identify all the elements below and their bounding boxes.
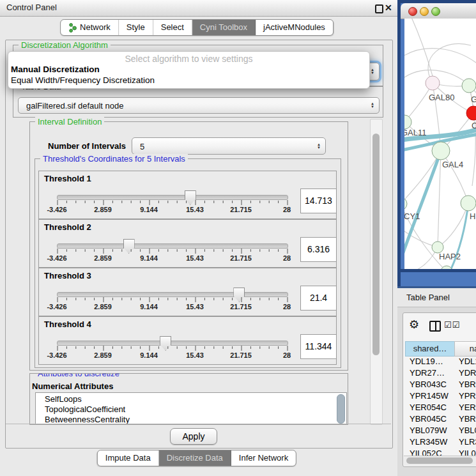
slider-ticks xyxy=(57,249,288,254)
close-icon[interactable]: ✕ xyxy=(385,3,392,13)
network-window-titlebar[interactable] xyxy=(401,3,476,19)
column-header-shared[interactable]: shared… xyxy=(405,341,455,357)
slider-track[interactable] xyxy=(57,243,288,249)
tab-infer-network[interactable]: Infer Network xyxy=(231,450,296,466)
group-title: Threshold's Coordinates for 5 Intervals xyxy=(40,154,188,164)
table-row[interactable]: YDR27…YDR2 xyxy=(405,367,476,379)
gear-icon[interactable]: ⚙ xyxy=(409,318,419,332)
group-title: Interval Definition xyxy=(35,117,104,127)
slider-tick-label: 9.144 xyxy=(140,303,158,311)
spinner-arrows-icon: ▲▼ xyxy=(371,102,374,109)
tab-jactivemnodules[interactable]: jActiveMNodules xyxy=(256,20,333,35)
attribute-list-item[interactable]: BetweennessCentrality xyxy=(36,415,346,424)
group-title: Discretization Algorithm xyxy=(19,40,111,50)
slider-track[interactable] xyxy=(57,195,288,200)
table-row[interactable]: YDL19…YDL1 xyxy=(405,356,476,367)
node-label: GAL11 xyxy=(404,128,427,137)
apply-button[interactable]: Apply xyxy=(170,428,217,445)
cell-shared-name: YPR145W xyxy=(410,390,449,402)
threshold-panel: Threshold 4-3.4262.8599.14415.4321.71528… xyxy=(38,316,337,365)
network-node[interactable] xyxy=(466,106,476,120)
tab-style[interactable]: Style xyxy=(119,20,153,35)
cell-name: YBR0 xyxy=(459,379,476,390)
threshold-value-field[interactable]: 6.316 xyxy=(300,237,337,262)
node-label: GAL4 xyxy=(442,160,463,169)
zoom-traffic-light-icon[interactable] xyxy=(431,7,440,16)
numerical-attributes-list[interactable]: SelfLoopsTopologicalCoefficientBetweenne… xyxy=(35,392,347,424)
control-panel-titlebar: Control Panel ✕ xyxy=(0,0,397,17)
number-of-intervals-label: Number of Intervals xyxy=(48,141,126,151)
network-canvas[interactable]: GAL80GAL11GAL4GCY1HAP2GACH xyxy=(404,19,476,269)
threshold-value-field[interactable]: 11.344 xyxy=(300,334,337,359)
column-layout-icon[interactable] xyxy=(429,321,441,332)
tab-select[interactable]: Select xyxy=(153,20,192,35)
slider-track[interactable] xyxy=(57,292,288,297)
attribute-list-item[interactable]: TopologicalCoefficient xyxy=(36,404,346,415)
table-row[interactable]: YBR043CYBR0 xyxy=(405,379,476,390)
panel-vertical-scrollbar[interactable] xyxy=(370,119,383,425)
threshold-label: Threshold 1 xyxy=(44,174,91,183)
slider-tick-label: 2.859 xyxy=(94,351,112,359)
tab-cyni-toolbox[interactable]: Cyni Toolbox xyxy=(192,20,256,35)
attribute-list-item[interactable]: SelfLoops xyxy=(36,394,346,404)
list-scrollbar-thumb[interactable] xyxy=(337,394,345,424)
threshold-label: Threshold 2 xyxy=(44,222,91,232)
cell-name: YER0 xyxy=(459,402,476,413)
dropdown-option-equal-width[interactable]: Equal Width/Frequency Discretization xyxy=(11,75,155,85)
float-window-icon[interactable] xyxy=(375,4,383,13)
tab-network-label: Network xyxy=(80,20,111,35)
cell-shared-name: YBR043C xyxy=(410,379,447,390)
network-node[interactable] xyxy=(432,142,450,160)
table-data-group: Table Data galFiltered.sif default node … xyxy=(13,86,383,118)
dropdown-hint: Select algorithm to view settings xyxy=(8,54,369,64)
network-icon xyxy=(68,23,77,33)
slider-tick-label: 21.715 xyxy=(230,351,252,359)
table-row[interactable]: YBR045CYBR0 xyxy=(405,413,476,425)
cell-name: YLR3 xyxy=(459,436,476,448)
window-frame xyxy=(397,0,401,288)
table-row[interactable]: YBL079WYBL0 xyxy=(405,425,476,436)
scrollbar-thumb[interactable] xyxy=(406,457,473,464)
network-node[interactable] xyxy=(461,196,476,211)
slider-tick-label: 9.144 xyxy=(140,351,158,359)
table-row[interactable]: YPR145WYPR1 xyxy=(405,390,476,402)
number-of-intervals-combobox[interactable]: 5 ▲▼ xyxy=(132,137,326,155)
table-data-combobox[interactable]: galFiltered.sif default node ▲▼ xyxy=(18,97,380,114)
tab-network[interactable]: Network xyxy=(61,20,119,35)
cell-shared-name: YBL079W xyxy=(410,425,447,436)
table-row[interactable]: YER054CYER0 xyxy=(405,402,476,413)
checkbox-checked-icons[interactable]: ☑☑ xyxy=(444,320,460,330)
slider-tick-label: -3.426 xyxy=(47,303,66,311)
slider-tick-label: 15.43 xyxy=(186,351,204,359)
threshold-value-field[interactable]: 21.4 xyxy=(300,286,337,311)
tab-discretize-data[interactable]: Discretize Data xyxy=(159,450,231,466)
spinner-arrows-icon: ▲▼ xyxy=(371,68,374,75)
network-node[interactable] xyxy=(426,76,440,90)
slider-tick-label: -3.426 xyxy=(47,254,66,262)
node-label: GAL80 xyxy=(429,93,454,102)
table-row[interactable]: YLR345WYLR3 xyxy=(405,436,476,448)
dropdown-option-manual[interactable]: Manual Discretization xyxy=(11,65,100,74)
minimize-traffic-light-icon[interactable] xyxy=(420,7,429,16)
table-panel-title: Table Panel xyxy=(406,293,450,302)
table-panel-titlebar: Table Panel xyxy=(397,288,476,307)
window-frame xyxy=(401,269,476,272)
right-panel: GAL80GAL11GAL4GCY1HAP2GACH Table Panel ⚙… xyxy=(397,0,476,476)
cell-name: YBL0 xyxy=(459,425,476,436)
slider-tick-label: 21.715 xyxy=(230,206,252,213)
close-traffic-light-icon[interactable] xyxy=(408,7,417,16)
column-header-name[interactable]: na xyxy=(454,341,476,357)
attributes-group: Attributes to discretize Numerical Attri… xyxy=(29,373,348,425)
scrollbar-thumb[interactable] xyxy=(372,134,380,355)
network-node[interactable] xyxy=(462,79,476,93)
slider-track[interactable] xyxy=(57,341,288,346)
network-node[interactable] xyxy=(404,197,407,210)
threshold-label: Threshold 3 xyxy=(44,271,91,280)
slider-tick-label: 15.43 xyxy=(186,303,204,311)
group-title: Attributes to discretize xyxy=(35,373,122,378)
threshold-label: Threshold 4 xyxy=(44,319,91,329)
threshold-value-field[interactable]: 14.713 xyxy=(300,188,337,213)
slider-tick-label: 15.43 xyxy=(186,206,204,213)
table-horizontal-scrollbar[interactable] xyxy=(404,456,476,466)
tab-impute-data[interactable]: Impute Data xyxy=(98,450,159,466)
